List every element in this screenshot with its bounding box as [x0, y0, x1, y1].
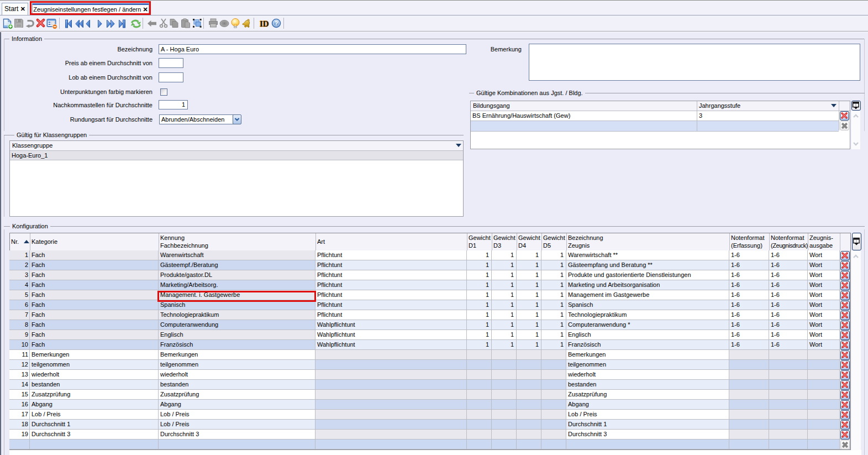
svg-text:?: ? [275, 20, 278, 27]
